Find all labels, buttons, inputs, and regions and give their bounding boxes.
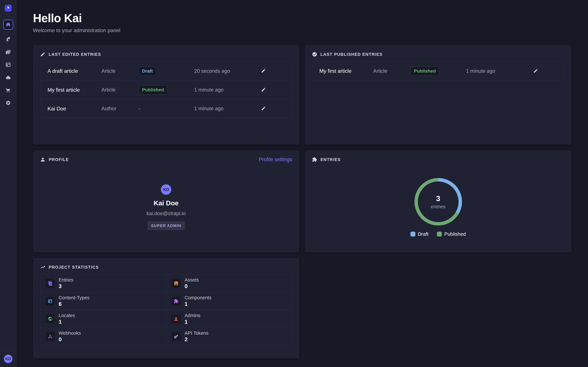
stat-value: 6 <box>59 301 89 307</box>
stat-assets: Assets0 <box>166 275 292 292</box>
entries-count-label: entries <box>431 204 445 209</box>
entry-time: 1 minute ago <box>194 87 257 93</box>
sidebar-item-settings[interactable] <box>5 100 11 106</box>
stat-value: 1 <box>185 319 200 325</box>
stat-value: 1 <box>185 301 211 307</box>
edit-entry-button[interactable] <box>260 86 267 93</box>
media-library-icon <box>5 49 11 55</box>
profile-card: PROFILE Profile settings KD Kai Doe kai.… <box>33 150 299 252</box>
sidebar-item-content-type-builder[interactable] <box>5 62 11 68</box>
stat-label: Entries <box>59 277 73 283</box>
stat-api-tokens: API Tokens2 <box>166 328 292 345</box>
stats-grid: Entries3 Assets0 Content-Types6 <box>40 274 292 345</box>
stat-content-types: Content-Types6 <box>40 292 166 310</box>
last-published-card: LAST PUBLISHED ENTRIES My first article … <box>305 45 571 145</box>
check-circle-icon <box>312 52 317 57</box>
sidebar-footer: KD <box>0 350 16 367</box>
stat-label: Assets <box>185 277 199 283</box>
entry-kind: Article <box>373 68 410 74</box>
strapi-logo-icon <box>6 6 10 11</box>
stat-value: 1 <box>59 319 75 325</box>
entries-header: ENTRIES <box>312 156 564 163</box>
legend-label: Draft <box>418 231 428 237</box>
donut-center: 3 entries <box>413 176 464 227</box>
main-content: Hello Kai Welcome to your administration… <box>17 0 588 367</box>
sidebar-item-home[interactable] <box>3 20 13 30</box>
entry-status: Published <box>410 67 466 76</box>
stat-components: Components1 <box>166 292 292 310</box>
image-icon <box>172 279 181 288</box>
sidebar-item-marketplace[interactable] <box>5 88 11 93</box>
role-badge: SUPER ADMIN <box>147 221 185 230</box>
sidebar-item-deploy[interactable] <box>5 75 11 81</box>
profile-body: KD Kai Doe kai.doe@strapi.io SUPER ADMIN <box>40 184 292 230</box>
project-statistics-card: PROJECT STATISTICS Entries3 Assets0 <box>33 258 299 358</box>
layout-icon <box>5 62 11 68</box>
sidebar-item-content-manager[interactable] <box>5 37 11 42</box>
profile-settings-link[interactable]: Profile settings <box>259 157 292 162</box>
entries-card: ENTRIES 3 entries <box>305 150 571 252</box>
chart-legend: Draft Published <box>410 231 466 237</box>
card-title: LAST PUBLISHED ENTRIES <box>320 52 382 57</box>
stat-webhooks: Webhooks0 <box>40 328 166 345</box>
edit-entry-button[interactable] <box>260 67 267 75</box>
published-swatch <box>437 232 442 236</box>
entry-time: 20 seconds ago <box>194 68 257 74</box>
feather-icon <box>5 37 11 43</box>
pencil-icon <box>40 52 45 57</box>
entry-kind: Article <box>101 87 139 93</box>
cloud-icon <box>5 75 11 81</box>
sidebar-item-media-library[interactable] <box>5 50 11 55</box>
entry-kind: Article <box>101 68 139 74</box>
stat-value: 0 <box>59 336 81 342</box>
donut-chart: 3 entries <box>413 176 464 227</box>
edit-entry-button[interactable] <box>532 67 539 75</box>
dashboard-grid: LAST EDITED ENTRIES A draft article Arti… <box>33 45 571 358</box>
puzzle-icon <box>312 157 317 162</box>
profile-header: PROFILE Profile settings <box>40 156 292 163</box>
user-icon <box>40 157 45 162</box>
project-statistics-header: PROJECT STATISTICS <box>40 264 292 271</box>
last-edited-header: LAST EDITED ENTRIES <box>40 51 292 58</box>
entry-kind: Author <box>101 106 139 112</box>
table-row: My first article Article Published 1 min… <box>40 80 292 99</box>
cart-icon <box>5 87 11 94</box>
strapi-logo[interactable] <box>5 5 12 12</box>
layout-icon <box>46 297 55 306</box>
table-row: Kai Doe Author - 1 minute ago <box>40 99 292 118</box>
app-root: KD Hello Kai Welcome to your administrat… <box>0 0 588 367</box>
legend-item-draft: Draft <box>410 231 428 237</box>
card-title: PROJECT STATISTICS <box>49 265 99 270</box>
status-empty: - <box>139 106 140 111</box>
page-subtitle: Welcome to your administration panel <box>33 27 571 33</box>
last-edited-card: LAST EDITED ENTRIES A draft article Arti… <box>33 45 299 145</box>
pencil-icon <box>261 87 266 93</box>
entries-chart-area: 3 entries Draft Published <box>312 163 564 237</box>
home-icon <box>6 22 11 28</box>
entry-status: Published <box>139 85 194 94</box>
table-row: My first article Article Published 1 min… <box>312 62 564 80</box>
user-avatar[interactable]: KD <box>4 355 12 363</box>
status-badge: Published <box>139 85 167 94</box>
stat-locales: Locales1 <box>40 310 166 328</box>
card-title: LAST EDITED ENTRIES <box>49 52 101 57</box>
status-badge: Published <box>410 67 439 76</box>
trending-up-icon <box>40 265 45 270</box>
edit-entry-button[interactable] <box>260 105 267 112</box>
stat-admins: Admins1 <box>166 310 292 328</box>
table-row: A draft article Article Draft 20 seconds… <box>40 62 292 80</box>
profile-email: kai.doe@strapi.io <box>147 211 186 217</box>
stat-label: Webhooks <box>59 330 81 336</box>
key-icon <box>172 332 181 341</box>
entry-name: My first article <box>319 68 373 74</box>
stat-label: Admins <box>185 313 200 318</box>
last-published-table: My first article Article Published 1 min… <box>312 61 564 81</box>
entry-name: A draft article <box>48 68 101 74</box>
draft-swatch <box>410 232 415 236</box>
stat-value: 2 <box>185 336 208 342</box>
documents-icon <box>46 279 55 288</box>
stat-label: Locales <box>59 313 75 318</box>
legend-item-published: Published <box>437 231 466 237</box>
status-badge: Draft <box>139 67 156 76</box>
gear-icon <box>5 100 11 106</box>
